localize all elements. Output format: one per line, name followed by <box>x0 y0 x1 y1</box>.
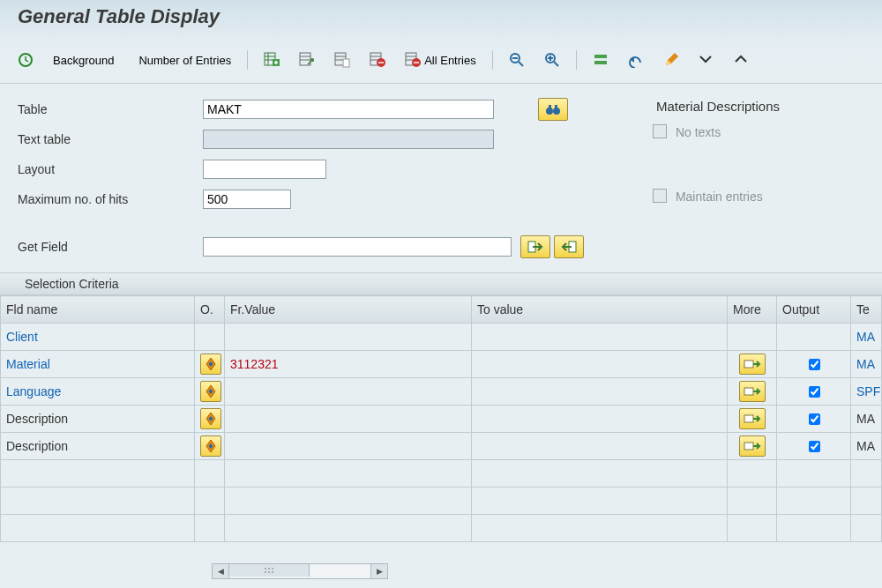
grid-header-row: Fld name O. Fr.Value To value More Outpu… <box>1 296 882 324</box>
cell-fr-value[interactable]: 3112321 <box>225 351 472 378</box>
cell-output[interactable] <box>777 351 851 378</box>
cell-to-value[interactable] <box>472 406 728 433</box>
zoom-out-button[interactable] <box>502 48 532 71</box>
cell-more[interactable] <box>728 433 777 460</box>
cell-output[interactable] <box>777 433 851 460</box>
edit-button[interactable] <box>656 48 686 71</box>
get-field-export-button[interactable] <box>554 235 584 258</box>
cell-to-value[interactable] <box>472 351 728 378</box>
multiple-selection-button[interactable] <box>739 354 766 375</box>
cell-op[interactable] <box>195 351 225 378</box>
multiple-selection-button[interactable] <box>739 381 766 402</box>
maintain-checkbox <box>653 189 667 203</box>
cell-more[interactable] <box>728 406 777 433</box>
no-texts-checkbox <box>653 124 667 138</box>
cell-to-value[interactable] <box>472 378 728 406</box>
cell-op[interactable] <box>195 378 225 406</box>
number-entries-button[interactable]: Number of Entries <box>131 50 238 71</box>
undo-button[interactable] <box>621 48 651 71</box>
fld-link[interactable]: Language <box>6 384 61 398</box>
horizontal-scrollbar[interactable]: ◀ ▶ <box>212 563 388 579</box>
scroll-right-button[interactable]: ▶ <box>370 563 388 579</box>
multiple-selection-button[interactable] <box>739 408 766 429</box>
output-checkbox[interactable] <box>809 386 820 398</box>
layout-input[interactable] <box>203 160 326 179</box>
grid-doc-button[interactable] <box>327 48 357 71</box>
table-row <box>1 460 882 488</box>
cell-fr-value[interactable] <box>225 324 472 351</box>
table-input[interactable] <box>203 100 494 119</box>
scroll-left-button[interactable]: ◀ <box>212 563 229 579</box>
layout-green-icon <box>593 52 609 68</box>
fld-link[interactable]: Material <box>6 357 50 371</box>
text-table-input <box>203 130 494 149</box>
select-options-button[interactable] <box>200 435 221 457</box>
output-checkbox[interactable] <box>809 359 820 370</box>
multiple-selection-button[interactable] <box>739 435 766 457</box>
cell-output[interactable] <box>777 406 851 433</box>
cell-output[interactable] <box>777 324 851 351</box>
cell-fld-name[interactable]: Language <box>1 378 195 406</box>
select-options-button[interactable] <box>200 408 221 429</box>
multi-select-icon <box>744 413 761 425</box>
cell-more[interactable] <box>728 351 777 378</box>
collapse-button[interactable] <box>691 48 721 71</box>
cell-fld-name[interactable]: Client <box>1 324 195 351</box>
empty-cell <box>195 488 225 515</box>
col-op[interactable]: O. <box>195 296 225 324</box>
cell-fr-value[interactable] <box>225 406 472 433</box>
cell-fr-value[interactable] <box>225 378 472 406</box>
main-toolbar: Background Number of Entries All Entries <box>0 37 882 84</box>
background-button[interactable]: Background <box>46 50 121 71</box>
zoom-in-icon <box>544 52 560 68</box>
grid-doc-icon <box>334 52 350 68</box>
scroll-thumb[interactable] <box>229 564 310 577</box>
chevron-down-icon <box>699 52 714 68</box>
max-hits-input[interactable] <box>203 190 291 209</box>
grid-export-button[interactable] <box>292 48 322 71</box>
undo-icon <box>628 52 644 68</box>
scroll-track[interactable] <box>229 563 370 579</box>
col-output[interactable]: Output <box>777 296 851 324</box>
svg-rect-21 <box>744 388 753 395</box>
col-te[interactable]: Te <box>851 296 882 324</box>
col-fr-value[interactable]: Fr.Value <box>225 296 472 324</box>
empty-cell <box>851 515 882 542</box>
col-more[interactable]: More <box>728 296 777 324</box>
layout-button[interactable] <box>586 48 616 71</box>
cell-op[interactable] <box>195 406 225 433</box>
cell-te: MA <box>851 351 882 378</box>
cell-to-value[interactable] <box>472 433 728 460</box>
zoom-in-button[interactable] <box>537 48 567 71</box>
table-row: ClientMA <box>1 324 882 351</box>
fld-link[interactable]: Client <box>6 330 38 344</box>
cell-te: MA <box>851 406 882 433</box>
expand-button[interactable] <box>727 48 757 71</box>
cell-more[interactable] <box>728 378 777 406</box>
cell-op[interactable] <box>195 433 225 460</box>
col-to-value[interactable]: To value <box>472 296 728 324</box>
table-row <box>1 488 882 515</box>
grid-delete-row-button[interactable] <box>363 48 392 71</box>
grip-icon <box>264 567 274 574</box>
arrow-export-icon <box>561 240 577 254</box>
all-entries-button[interactable]: All Entries <box>398 48 483 71</box>
col-fld-name[interactable]: Fld name <box>1 296 195 324</box>
cell-fr-value[interactable] <box>225 433 472 460</box>
cell-to-value[interactable] <box>472 324 728 351</box>
svg-rect-5 <box>343 59 349 67</box>
table-search-button[interactable] <box>538 98 568 121</box>
cell-output[interactable] <box>777 378 851 406</box>
grid-minus-red-icon <box>370 52 385 68</box>
output-checkbox[interactable] <box>809 441 820 452</box>
grid-add-button[interactable] <box>257 48 287 71</box>
selection-criteria-grid: Fld name O. Fr.Value To value More Outpu… <box>0 295 882 542</box>
execute-button[interactable] <box>11 48 41 71</box>
get-field-input[interactable] <box>203 237 512 257</box>
output-checkbox[interactable] <box>809 413 820 425</box>
cell-fld-name[interactable]: Material <box>1 351 195 378</box>
select-options-button[interactable] <box>200 354 221 375</box>
svg-rect-17 <box>555 105 557 109</box>
get-field-import-button[interactable] <box>520 235 550 258</box>
select-options-button[interactable] <box>200 381 221 402</box>
